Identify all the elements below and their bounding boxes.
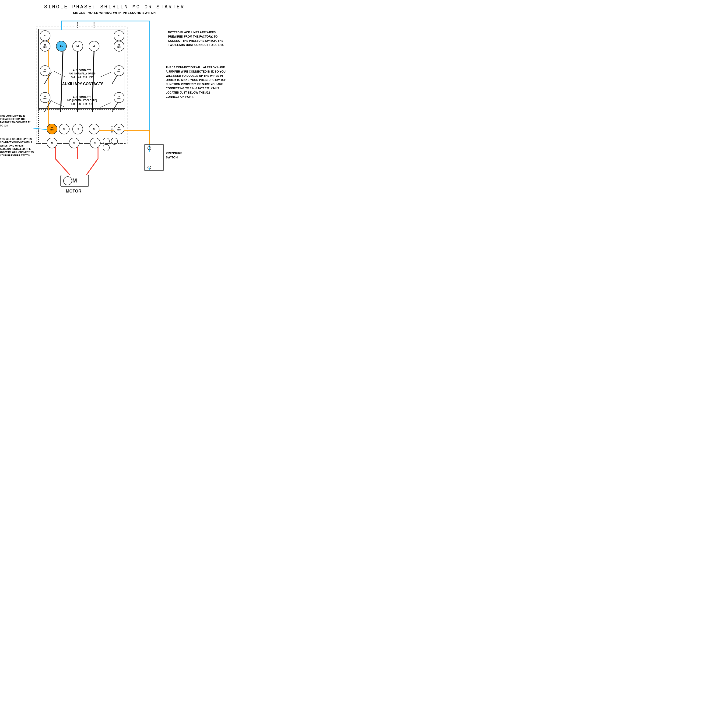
- annotation-right-2: THE 14 CONNECTION WILL ALREADY HAVE A JU…: [166, 65, 226, 99]
- label-motor: MOTOR: [66, 188, 81, 194]
- svg-text:94: 94: [111, 125, 113, 128]
- terminal-L3: L3: [89, 41, 100, 51]
- svg-rect-12: [145, 145, 163, 170]
- svg-point-23: [63, 176, 72, 185]
- terminal-T3-mid: T3: [89, 124, 100, 134]
- svg-point-14: [148, 166, 151, 169]
- terminal-21NC: 21 N/C: [40, 65, 50, 76]
- terminal-L1: L1: [56, 41, 67, 51]
- svg-point-34: [103, 145, 109, 151]
- label-pressure-switch: PRESSURESWITCH: [166, 151, 183, 160]
- svg-text:M: M: [72, 177, 77, 184]
- label-aux-nc: AUX CONTACTS N/C (NORMALLY CLOSED) #21 -…: [59, 96, 106, 106]
- terminal-14NC: 14 N/C: [47, 124, 57, 134]
- terminal-43NO: 43 N/O: [114, 41, 124, 51]
- terminal-T1-bottom: T1: [47, 138, 57, 148]
- terminal-T2-bottom: T2: [69, 138, 80, 148]
- terminal-22NC: 22 N/C: [40, 92, 50, 103]
- annotation-jumper-wire: THIS JUMPER WIRE IS PREWIRED FROM THE FA…: [0, 115, 32, 127]
- main-title: SINGLE PHASE: SHIHLIN MOTOR STARTER: [0, 0, 229, 10]
- sub-title: SINGLE PHASE WIRING WITH PRESSURE SWITCH: [0, 11, 229, 15]
- terminal-32NC: 32 N/C: [114, 92, 124, 103]
- terminal-A2: A2: [40, 30, 50, 41]
- label-auxiliary-contacts: AUXILIARY CONTACTS: [57, 82, 109, 87]
- terminal-T2-mid: T2: [72, 124, 83, 134]
- svg-point-13: [148, 146, 151, 150]
- terminal-31NC: 31 N/C: [114, 65, 124, 76]
- svg-point-32: [103, 138, 109, 145]
- terminal-T1-mid: T1: [59, 124, 69, 134]
- terminal-T3-bottom: T3: [90, 138, 101, 148]
- terminal-L2: L2: [72, 41, 83, 51]
- label-aux-no: AUX CONTACTS N/O (NORMALLY OPEN) #13 - #…: [59, 69, 106, 78]
- page: SINGLE PHASE: SHIHLIN MOTOR STARTER SING…: [0, 0, 229, 233]
- annotation-double-up: YOU WILL DOUBLE UP THIS CONNECTION POINT…: [0, 138, 35, 157]
- annotation-right-1: DOTTED BLACK LINES ARE WIRES PREWIRED FR…: [168, 30, 226, 47]
- terminal-13NO: 13 N/O: [40, 41, 50, 51]
- terminal-A1: A1: [114, 30, 124, 41]
- svg-text:95: 95: [111, 128, 113, 130]
- svg-point-33: [111, 138, 118, 145]
- svg-rect-22: [61, 175, 89, 187]
- extra-terminals-svg: [103, 137, 121, 151]
- terminal-44NO: 44 N/O: [114, 124, 124, 134]
- svg-text:97: 97: [111, 131, 113, 133]
